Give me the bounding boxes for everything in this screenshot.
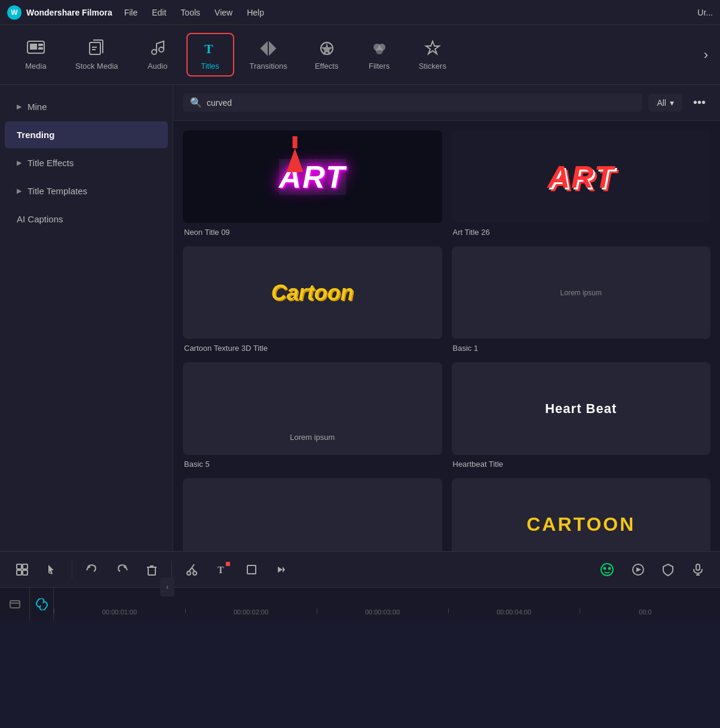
title-templates-label: Title Templates xyxy=(27,186,87,196)
more-options-btn[interactable]: ••• xyxy=(688,93,710,112)
sidebar-item-mine[interactable]: ▶ Mine xyxy=(5,93,168,120)
grid-item-art-title-26[interactable]: ART Art Title 26 xyxy=(452,130,711,237)
sidebar-mine-label: Mine xyxy=(27,102,47,112)
grid-item-basic-5[interactable]: Lorem ipsum Basic 5 xyxy=(183,362,442,469)
user-label[interactable]: Ur... xyxy=(697,8,713,17)
shield-icon xyxy=(661,563,675,576)
mine-arrow-icon: ▶ xyxy=(17,103,22,111)
menu-help[interactable]: Help xyxy=(247,8,264,17)
sidebar-item-ai-captions[interactable]: AI Captions xyxy=(5,206,168,233)
search-icon: 🔍 xyxy=(190,97,202,108)
toolbar-separator-2 xyxy=(171,561,172,579)
delete-btn[interactable] xyxy=(142,559,162,580)
svg-point-19 xyxy=(187,571,191,575)
heartbeat-text: Heart Beat xyxy=(545,401,617,417)
svg-rect-14 xyxy=(23,564,27,569)
grid-item-heartbeat[interactable]: Heart Beat Heartbeat Title xyxy=(452,362,711,469)
svg-rect-28 xyxy=(10,601,20,608)
undo-btn[interactable] xyxy=(82,559,102,580)
audio-label: Audio xyxy=(148,62,167,71)
title-bar: W Wondershare Filmora File Edit Tools Vi… xyxy=(0,0,720,25)
grid-item-cartoon2[interactable]: CARTOON xyxy=(452,478,711,551)
svg-text:T: T xyxy=(204,41,213,56)
add-track-icon xyxy=(9,598,21,610)
sidebar-item-title-templates[interactable]: ▶ Title Templates xyxy=(5,178,168,204)
svg-rect-3 xyxy=(38,47,43,50)
cartoon-thumb-text: Cartoon xyxy=(271,280,354,305)
svg-point-20 xyxy=(193,571,197,575)
app-title: Wondershare Filmora xyxy=(26,8,112,17)
face-icon xyxy=(599,562,615,577)
toolbar-stock-media[interactable]: Stock Media xyxy=(65,34,129,75)
title-effects-label: Title Effects xyxy=(27,158,74,168)
stock-icon xyxy=(87,39,106,58)
redo-icon xyxy=(115,563,128,576)
filter-dropdown[interactable]: All ▾ xyxy=(648,94,682,112)
svg-point-12 xyxy=(376,47,383,54)
toolbar-filters[interactable]: Filters xyxy=(356,34,403,75)
toolbar-media[interactable]: Media xyxy=(12,34,60,75)
grid-item-cartoon-texture[interactable]: Cartoon Cartoon Texture 3D Title xyxy=(183,246,442,353)
grid-item-lorem-basic[interactable]: Lorem ipsum dolor sit amet, consectetur … xyxy=(183,478,442,551)
time-label-4: 00:00:04:00 xyxy=(497,608,531,616)
pointer-tool-btn[interactable] xyxy=(42,559,62,580)
heartbeat-label: Heartbeat Title xyxy=(452,460,711,469)
time-mark-5: 00:0 xyxy=(580,608,711,616)
select-tool-btn[interactable] xyxy=(12,559,32,580)
redo-btn[interactable] xyxy=(112,559,132,580)
sidebar-item-title-effects[interactable]: ▶ Title Effects xyxy=(5,149,168,176)
svg-text:T: T xyxy=(217,565,224,575)
svg-point-17 xyxy=(49,571,51,573)
playback-btn[interactable] xyxy=(628,559,648,580)
shield-btn[interactable] xyxy=(658,559,678,580)
main-toolbar: Media Stock Media Audio T Titles Transit… xyxy=(0,25,720,85)
bottom-toolbar: T xyxy=(0,551,720,587)
time-label-1: 00:00:01:00 xyxy=(102,608,137,616)
svg-rect-4 xyxy=(90,42,100,54)
svg-rect-18 xyxy=(148,567,155,575)
trending-label: Trending xyxy=(17,130,54,140)
toolbar-titles[interactable]: T Titles xyxy=(186,33,234,77)
app-logo: W Wondershare Filmora xyxy=(7,5,112,20)
time-mark-3: 00:00:03:00 xyxy=(317,608,448,616)
titles-label: Titles xyxy=(201,62,219,71)
red-arrow-icon xyxy=(287,148,304,172)
search-bar: 🔍 All ▾ ••• xyxy=(173,85,720,121)
menu-tools[interactable]: Tools xyxy=(180,8,200,17)
toolbar-more-btn[interactable]: › xyxy=(704,47,708,63)
arrow-stem xyxy=(293,136,298,148)
grid-item-basic-1[interactable]: Lorem ipsum Basic 1 xyxy=(452,246,711,353)
grid-item-neon-title-09[interactable]: ART Neon Title 09 xyxy=(183,130,442,237)
time-label-5: 00:0 xyxy=(639,608,651,616)
cartoon2-text: CARTOON xyxy=(526,513,635,536)
skip-btn[interactable] xyxy=(271,559,292,580)
crop-btn[interactable] xyxy=(241,559,262,580)
toolbar-effects[interactable]: Effects xyxy=(303,34,351,75)
mic-btn[interactable] xyxy=(688,559,708,580)
stickers-icon xyxy=(423,39,442,58)
timeline-link-btn[interactable] xyxy=(30,588,54,620)
face-detect-btn[interactable] xyxy=(596,558,618,581)
menu-view[interactable]: View xyxy=(215,8,232,17)
cut-btn[interactable] xyxy=(182,559,202,580)
toolbar-audio[interactable]: Audio xyxy=(134,34,182,75)
menu-edit[interactable]: Edit xyxy=(152,8,166,17)
sidebar-item-trending[interactable]: Trending xyxy=(5,121,168,148)
toolbar-transitions[interactable]: Transitions xyxy=(239,34,298,75)
search-input[interactable] xyxy=(207,98,635,108)
undo-icon xyxy=(85,563,99,576)
svg-point-5 xyxy=(152,50,157,54)
playback-icon xyxy=(632,563,645,576)
toolbar-stickers[interactable]: Stickers xyxy=(408,34,457,75)
menu-file[interactable]: File xyxy=(124,8,138,17)
time-mark-4: 00:00:04:00 xyxy=(448,608,580,616)
basic1-text: Lorem ipsum xyxy=(560,289,602,297)
timeline-ruler: 00:00:01:00 00:00:02:00 00:00:03:00 00:0… xyxy=(54,588,720,620)
thumbnail-heartbeat: Heart Beat xyxy=(452,362,711,455)
svg-rect-16 xyxy=(23,570,27,575)
art-title-text: ART xyxy=(547,159,614,195)
skip-icon xyxy=(275,563,288,576)
text-btn[interactable]: T xyxy=(212,559,232,580)
crop-icon xyxy=(245,563,258,576)
timeline-add-track-btn[interactable] xyxy=(0,588,30,620)
